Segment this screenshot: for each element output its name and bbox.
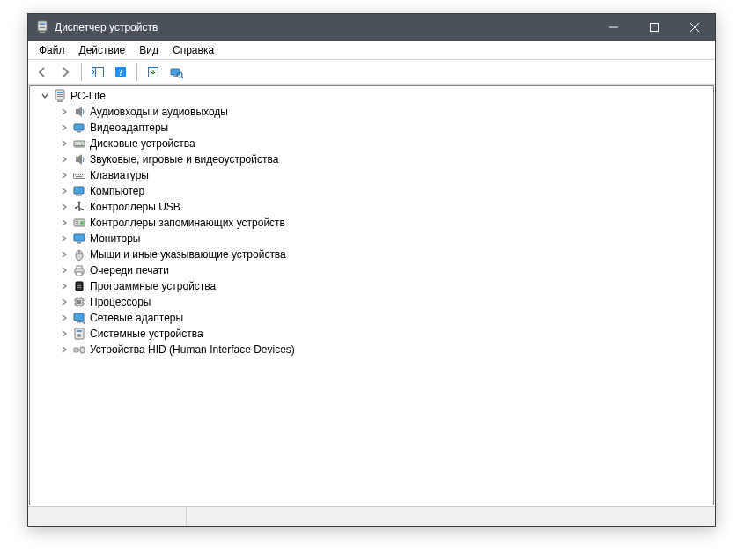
device-manager-window: Диспетчер устройств Файл Действие Вид Сп… xyxy=(27,13,716,527)
tree-node-label: Сетевые адаптеры xyxy=(90,312,183,324)
chevron-right-icon[interactable] xyxy=(58,328,70,340)
chevron-right-icon[interactable] xyxy=(58,343,70,356)
computer-icon xyxy=(72,184,86,198)
tree-node-label: Компьютер xyxy=(90,185,144,197)
device-tree[interactable]: PC-Lite Аудиовходы и аудиовыходыВидеоада… xyxy=(29,85,714,505)
chevron-right-icon[interactable] xyxy=(58,232,70,245)
chevron-right-icon[interactable] xyxy=(58,137,70,150)
svg-rect-15 xyxy=(171,69,180,75)
disk-icon xyxy=(72,136,86,151)
keyboard-icon xyxy=(72,168,86,182)
show-hide-tree-button[interactable] xyxy=(87,63,108,82)
svg-rect-23 xyxy=(57,100,63,102)
status-cell xyxy=(28,507,187,526)
tree-node-storagectl[interactable]: Контроллеры запоминающих устройств xyxy=(33,215,713,231)
chevron-right-icon[interactable] xyxy=(58,185,70,197)
tree-node-label: Мыши и иные указывающие устройства xyxy=(90,248,286,261)
menu-view[interactable]: Вид xyxy=(132,42,166,58)
svg-line-18 xyxy=(181,77,183,78)
chevron-right-icon[interactable] xyxy=(58,217,70,229)
tree-node-audio[interactable]: Аудиовходы и аудиовыходы xyxy=(33,104,713,120)
tree-node-printqueue[interactable]: Очереди печати xyxy=(33,262,713,278)
chevron-right-icon[interactable] xyxy=(58,312,70,324)
svg-text:?: ? xyxy=(119,68,123,77)
tree-node-label: Системные устройства xyxy=(90,328,203,340)
tree-node-system[interactable]: Системные устройства xyxy=(33,326,713,342)
audio-icon xyxy=(72,105,86,119)
tree-node-label: Звуковые, игровые и видеоустройства xyxy=(90,153,278,166)
chevron-right-icon[interactable] xyxy=(58,248,70,261)
tree-node-monitor[interactable]: Мониторы xyxy=(33,231,713,247)
close-button[interactable] xyxy=(674,14,715,41)
tree-node-video[interactable]: Видеоадаптеры xyxy=(33,120,713,136)
tree-node-keyboard[interactable]: Клавиатуры xyxy=(33,167,713,183)
svg-rect-16 xyxy=(173,76,177,77)
soundgame-icon xyxy=(72,152,86,166)
help-button[interactable]: ? xyxy=(110,63,131,82)
svg-rect-6 xyxy=(651,24,659,32)
chevron-right-icon[interactable] xyxy=(58,122,70,134)
chevron-right-icon[interactable] xyxy=(58,280,70,292)
svg-rect-2 xyxy=(40,26,45,26)
tree-node-label: Контроллеры USB xyxy=(90,201,180,213)
menu-help[interactable]: Справка xyxy=(166,42,221,58)
tree-node-network[interactable]: Сетевые адаптеры xyxy=(33,310,713,326)
tree-node-mouse[interactable]: Мыши и иные указывающие устройства xyxy=(33,247,713,262)
minimize-button[interactable] xyxy=(593,14,634,41)
tree-node-computer[interactable]: Компьютер xyxy=(33,183,713,199)
titlebar: Диспетчер устройств xyxy=(28,14,715,41)
system-icon xyxy=(72,327,86,341)
tree-node-usb[interactable]: Контроллеры USB xyxy=(33,199,713,215)
toolbar-separator xyxy=(81,63,82,81)
svg-rect-21 xyxy=(57,94,63,95)
tree-node-hid[interactable]: Устройства HID (Human Interface Devices) xyxy=(33,342,713,357)
chevron-down-icon[interactable] xyxy=(39,90,51,102)
toolbar: ? xyxy=(28,60,715,85)
tree-node-label: Очереди печати xyxy=(90,264,169,276)
monitor-icon xyxy=(72,232,86,246)
video-icon xyxy=(72,121,86,135)
tree-node-label: Видеоадаптеры xyxy=(90,122,168,134)
printqueue-icon xyxy=(72,263,86,277)
tree-node-label: Клавиатуры xyxy=(90,169,149,181)
network-icon xyxy=(72,311,86,325)
toolbar-separator xyxy=(136,63,137,81)
window-title: Диспетчер устройств xyxy=(55,21,158,33)
scan-hardware-button[interactable] xyxy=(166,63,187,82)
svg-rect-20 xyxy=(57,92,63,93)
chevron-right-icon[interactable] xyxy=(58,201,70,213)
software-icon xyxy=(72,279,86,293)
usb-icon xyxy=(72,200,86,214)
chevron-right-icon[interactable] xyxy=(58,106,70,118)
tree-node-disk[interactable]: Дисковые устройства xyxy=(33,136,713,151)
nav-back-button[interactable] xyxy=(32,63,53,82)
maximize-button[interactable] xyxy=(634,14,674,41)
menu-file[interactable]: Файл xyxy=(32,42,72,58)
chevron-right-icon[interactable] xyxy=(58,169,70,181)
tree-node-software[interactable]: Программные устройства xyxy=(33,278,713,294)
chevron-right-icon[interactable] xyxy=(58,296,70,308)
tree-node-cpu[interactable]: Процессоры xyxy=(33,294,713,310)
chevron-right-icon[interactable] xyxy=(58,264,70,276)
storagectl-icon xyxy=(72,216,86,230)
svg-rect-1 xyxy=(40,23,45,25)
cpu-icon xyxy=(72,295,86,309)
mouse-icon xyxy=(72,247,86,262)
hid-icon xyxy=(72,343,86,357)
svg-rect-3 xyxy=(40,27,45,28)
menu-action[interactable]: Действие xyxy=(72,42,133,58)
tree-node-label: Программные устройства xyxy=(90,280,216,292)
tree-node-label: Устройства HID (Human Interface Devices) xyxy=(90,343,295,356)
app-icon xyxy=(35,20,49,34)
computer-root-icon xyxy=(53,89,67,103)
tree-node-label: Аудиовходы и аудиовыходы xyxy=(90,106,228,118)
properties-button[interactable] xyxy=(143,63,164,82)
svg-rect-4 xyxy=(40,32,45,33)
nav-forward-button[interactable] xyxy=(55,63,76,82)
tree-root-label: PC-Lite xyxy=(70,90,106,102)
chevron-right-icon[interactable] xyxy=(58,153,70,166)
tree-node-label: Дисковые устройства xyxy=(90,137,195,150)
tree-node-soundgame[interactable]: Звуковые, игровые и видеоустройства xyxy=(33,151,713,167)
tree-root-node[interactable]: PC-Lite xyxy=(33,88,713,104)
tree-node-label: Процессоры xyxy=(90,296,151,308)
